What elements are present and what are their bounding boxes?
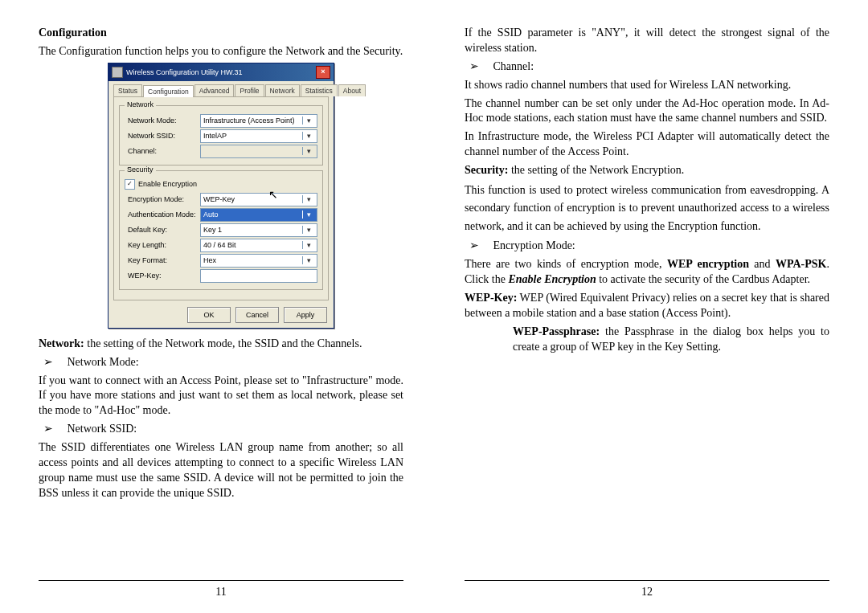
dialog-title: Wireless Configuration Utility HW.31: [126, 68, 243, 76]
chevron-down-icon: ▾: [302, 256, 314, 264]
default-key-value: Key 1: [203, 226, 222, 234]
network-mode-select[interactable]: Infrastructure (Access Point)▾: [200, 114, 317, 128]
group-network: Network Network Mode: Infrastructure (Ac…: [119, 105, 323, 166]
group-security-label: Security: [125, 166, 156, 174]
cancel-button[interactable]: Cancel: [235, 307, 279, 323]
security-heading-line: Security: the setting of the Network Enc…: [465, 163, 829, 178]
bullet-encryption-mode: ➢ Encryption Mode:: [469, 239, 829, 254]
tab-profile[interactable]: Profile: [235, 84, 264, 96]
key-length-label: Key Length:: [125, 241, 200, 249]
encryption-mode-value: WEP-Key: [203, 195, 235, 203]
arrow-icon: ➢: [469, 59, 490, 75]
dialog-titlebar[interactable]: Wireless Configuration Utility HW.31 ×: [108, 63, 334, 81]
t: to activate the security of the Cardbus …: [596, 273, 810, 285]
t: and: [749, 258, 776, 270]
tab-about[interactable]: About: [338, 84, 366, 96]
tab-statistics[interactable]: Statistics: [301, 84, 338, 96]
key-length-select[interactable]: 40 / 64 Bit▾: [200, 239, 317, 252]
network-heading-line: Network: the setting of the Network mode…: [39, 337, 403, 352]
page-footer: 11: [39, 580, 403, 599]
enable-encryption-checkbox[interactable]: ✓: [125, 179, 135, 190]
security-desc: the setting of the Network Encryption.: [508, 164, 684, 176]
t: WPA-PSK: [776, 258, 827, 270]
chevron-down-icon: ▾: [302, 226, 314, 234]
close-icon[interactable]: ×: [316, 66, 330, 79]
chevron-down-icon: ▾: [302, 147, 314, 155]
auth-mode-label: Authentication Mode:: [125, 210, 200, 219]
auth-mode-select[interactable]: Auto▾: [200, 208, 317, 222]
chevron-down-icon: ▾: [302, 132, 314, 140]
page-left: Configuration The Configuration function…: [0, 0, 434, 613]
page-number: 12: [641, 586, 653, 598]
page-footer: 12: [465, 580, 829, 599]
enable-encryption-label: Enable Encryption: [138, 180, 197, 188]
encryption-mode-text: There are two kinds of encryption mode, …: [465, 257, 829, 288]
default-key-label: Default Key:: [125, 226, 200, 234]
channel-p2: The channel number can be set only under…: [465, 96, 829, 127]
network-bold: Network:: [39, 337, 84, 349]
group-network-label: Network: [125, 100, 156, 108]
page-right: If the SSID parameter is "ANY", it will …: [434, 0, 868, 613]
network-ssid-value: IntelAP: [203, 132, 227, 140]
wep-passphrase-bold: WEP-Passphrase:: [513, 325, 600, 337]
wep-key-line: WEP-Key: WEP (Wired Equivalent Privacy) …: [465, 291, 829, 321]
intro-text: The Configuration function helps you to …: [39, 44, 403, 59]
group-security: Security ✓ Enable Encryption Encryption …: [119, 170, 323, 290]
arrow-icon: ➢: [469, 239, 490, 254]
wep-passphrase-line: WEP-Passphrase: the Passphrase in the di…: [513, 325, 829, 355]
dialog-tabs: Status Configuration Advanced Profile Ne…: [108, 81, 334, 96]
channel-select[interactable]: ▾: [200, 145, 317, 158]
wep-key-label: WEP-Key:: [125, 272, 200, 280]
network-desc: the setting of the Network mode, the SSI…: [84, 337, 362, 349]
bullet-label: Network Mode:: [68, 356, 139, 368]
bullet-channel: ➢ Channel:: [469, 59, 829, 75]
network-ssid-select[interactable]: IntelAP▾: [200, 129, 317, 143]
config-dialog: Wireless Configuration Utility HW.31 × S…: [108, 63, 334, 329]
network-ssid-text: The SSID differentiates one Wireless LAN…: [39, 440, 403, 501]
network-ssid-label: Network SSID:: [125, 132, 200, 140]
t: Enable Encryption: [508, 273, 596, 285]
app-icon: [112, 67, 123, 78]
apply-button[interactable]: Apply: [284, 307, 327, 323]
section-heading: Configuration: [39, 26, 403, 41]
tab-status[interactable]: Status: [113, 84, 142, 96]
page-spread: Configuration The Configuration function…: [0, 0, 868, 613]
screenshot-wrap: Wireless Configuration Utility HW.31 × S…: [39, 63, 403, 329]
chevron-down-icon: ▾: [302, 116, 314, 125]
bullet-label: Network SSID:: [68, 423, 137, 435]
t: WEP encryption: [667, 258, 749, 270]
channel-p1: It shows radio channel numbers that used…: [465, 78, 829, 93]
tab-configuration[interactable]: Configuration: [143, 85, 194, 97]
network-mode-value: Infrastructure (Access Point): [203, 116, 295, 125]
network-mode-text: If you want to connect with an Access Po…: [39, 374, 403, 419]
encryption-mode-label: Encryption Mode:: [125, 195, 200, 203]
tab-advanced[interactable]: Advanced: [194, 84, 235, 96]
auth-mode-value: Auto: [203, 210, 219, 219]
bullet-label: Encryption Mode:: [493, 239, 575, 251]
wep-key-desc: WEP (Wired Equivalent Privacy) relies on…: [465, 292, 829, 319]
key-format-label: Key Format:: [125, 256, 200, 264]
ssid-any-text: If the SSID parameter is "ANY", it will …: [465, 26, 829, 56]
key-length-value: 40 / 64 Bit: [203, 241, 236, 249]
encryption-mode-select[interactable]: WEP-Key▾: [200, 193, 317, 206]
arrow-icon: ➢: [43, 422, 64, 437]
chevron-down-icon: ▾: [302, 241, 314, 249]
chevron-down-icon: ▾: [302, 210, 314, 219]
default-key-select[interactable]: Key 1▾: [200, 223, 317, 237]
chevron-down-icon: ▾: [302, 195, 314, 203]
channel-label: Channel:: [125, 147, 200, 155]
bullet-network-ssid: ➢ Network SSID:: [43, 422, 403, 437]
ok-button[interactable]: OK: [187, 307, 231, 323]
network-mode-label: Network Mode:: [125, 116, 200, 125]
bullet-network-mode: ➢ Network Mode:: [43, 355, 403, 370]
arrow-icon: ➢: [43, 355, 64, 370]
key-format-select[interactable]: Hex▾: [200, 254, 317, 268]
t: There are two kinds of encryption mode,: [465, 258, 667, 270]
bullet-label: Channel:: [493, 60, 534, 72]
tab-network[interactable]: Network: [265, 84, 300, 96]
wep-key-input[interactable]: [200, 269, 317, 283]
page-number: 11: [215, 586, 226, 598]
security-bold: Security:: [465, 164, 508, 176]
wep-key-bold: WEP-Key:: [465, 292, 517, 304]
key-format-value: Hex: [203, 256, 216, 264]
